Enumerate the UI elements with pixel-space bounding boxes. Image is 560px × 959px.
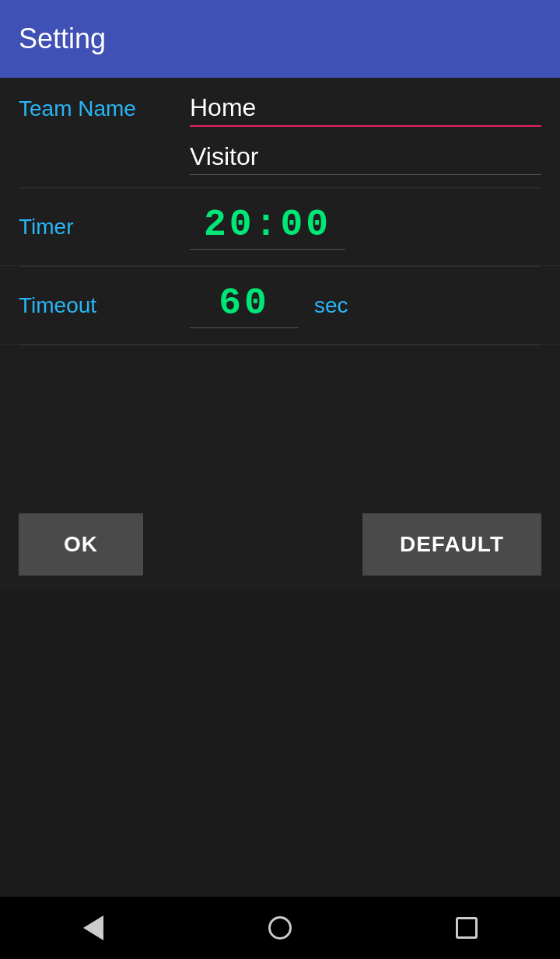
nav-back-icon [83, 915, 103, 940]
nav-recents-icon [456, 917, 478, 939]
timeout-display[interactable]: 60 [190, 282, 299, 328]
team-name-label: Team Name [19, 96, 190, 121]
navigation-bar [0, 897, 560, 959]
timeout-row: Timeout 60 sec [0, 267, 560, 345]
visitor-team-input[interactable] [190, 139, 541, 175]
sec-label: sec [314, 293, 348, 318]
app-bar-title: Setting [19, 23, 106, 55]
bottom-spacer [0, 591, 560, 897]
button-row: OK DEFAULT [0, 498, 560, 591]
timeout-label: Timeout [19, 293, 190, 318]
nav-home-icon [268, 916, 292, 940]
timer-label: Timer [19, 215, 190, 240]
team-name-inputs [190, 90, 541, 127]
timer-row: Timer 20:00 [0, 188, 560, 266]
visitor-name-label-spacer: Team Name [19, 145, 190, 170]
home-team-input[interactable] [190, 90, 541, 127]
visitor-name-input-col [190, 139, 541, 175]
visitor-name-row: Team Name [0, 139, 560, 187]
app-bar: Setting [0, 0, 560, 78]
nav-back-button[interactable] [70, 905, 117, 951]
nav-recents-button[interactable] [443, 905, 490, 951]
content-spacer [0, 345, 560, 498]
ok-button[interactable]: OK [19, 513, 143, 576]
nav-home-button[interactable] [257, 905, 303, 951]
team-name-row: Team Name [0, 78, 560, 139]
content-area: Team Name Team Name Timer 20:00 Timeout … [0, 78, 560, 897]
timeout-display-area[interactable]: 60 sec [190, 282, 348, 328]
timer-display-area[interactable]: 20:00 [190, 204, 345, 250]
default-button[interactable]: DEFAULT [362, 513, 541, 576]
timer-display[interactable]: 20:00 [190, 204, 345, 250]
